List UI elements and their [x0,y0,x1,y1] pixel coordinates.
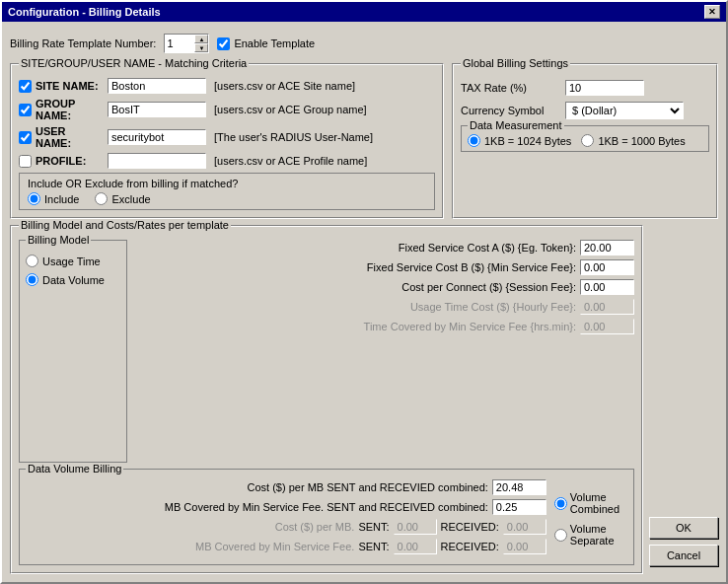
billing-main-legend: Billing Model and Costs/Rates per templa… [19,219,231,231]
include-label: Include [44,193,79,205]
billing-rate-label: Billing Rate Template Number: [10,37,156,49]
dv-label-1: MB Covered by Min Service Fee. SENT and … [26,501,488,513]
dm-1024-radio[interactable] [468,134,480,147]
site-name-checkbox[interactable] [19,80,32,93]
template-number-input[interactable] [165,36,194,50]
profile-checkbox[interactable] [19,155,32,168]
cost-input-3 [580,299,634,315]
user-name-row: USER NAME: [The user's RADIUS User-Name] [19,125,435,149]
recv-label-1: RECEIVED: [441,541,499,552]
tax-rate-row: TAX Rate (%) [461,80,709,96]
group-name-input[interactable] [108,102,206,117]
cost-row-0: Fixed Service Cost A ($) {Eg. Token}: [135,240,634,256]
middle-panels: SITE/GROUP/USER NAME - Matching Criteria… [10,63,718,219]
include-radio[interactable] [28,192,40,205]
cost-label-3: Usage Time Cost ($) {Hourly Fee}: [135,301,576,313]
global-legend: Global Billing Settings [461,57,570,69]
cost-row-4: Time Covered by Min Service Fee {hrs.min… [135,319,634,334]
group-name-checkbox-label[interactable]: GROUP NAME: [19,98,104,121]
data-volume-label[interactable]: Data Volume [26,273,120,286]
dv-label-0: Cost ($) per MB SENT and RECEVIED combin… [26,481,488,493]
vol-combined-text: VolumeCombined [570,491,619,515]
group-name-checkbox[interactable] [19,104,32,116]
site-name-label: SITE NAME: [36,80,104,92]
spin-down-button[interactable]: ▼ [194,43,208,52]
vol-combined-label[interactable]: VolumeCombined [554,491,619,515]
usage-time-label[interactable]: Usage Time [26,255,120,267]
usage-time-radio[interactable] [26,255,38,267]
dv-input-0[interactable] [492,479,546,495]
title-bar: Configuration - Billing Details ✕ [2,2,726,22]
exclude-radio-label[interactable]: Exclude [95,192,150,205]
ok-button[interactable]: OK [649,517,718,539]
profile-label: PROFILE: [36,155,104,167]
exclude-label: Exclude [111,193,150,205]
vol-separate-label[interactable]: VolumeSeparate [554,523,615,547]
dm-1000-label[interactable]: 1KB = 1000 Bytes [581,134,685,147]
global-content: TAX Rate (%) Currency Symbol $ (Dollar) … [461,72,709,152]
dv-input-1[interactable] [492,499,546,515]
site-name-input[interactable] [108,78,206,94]
user-name-checkbox[interactable] [19,131,32,144]
tax-rate-label: TAX Rate (%) [461,82,559,94]
dv-label-3: MB Covered by Min Service Fee. [26,541,354,552]
dm-1024-label[interactable]: 1KB = 1024 Bytes [468,134,571,147]
user-name-checkbox-label[interactable]: USER NAME: [19,125,104,149]
close-button[interactable]: ✕ [704,5,720,19]
data-measurement-box: Data Measurement 1KB = 1024 Bytes 1KB = … [461,125,709,152]
currency-select[interactable]: $ (Dollar) € (Euro) £ (Pound) ¥ (Yen) [565,102,684,119]
cost-input-2[interactable] [580,279,634,295]
billing-model-legend: Billing Model [26,234,91,246]
template-number-spinner[interactable]: ▲ ▼ [164,34,209,53]
profile-hint: [users.csv or ACE Profile name] [214,155,367,167]
group-name-label: GROUP NAME: [36,98,104,121]
data-volume-radio[interactable] [26,273,38,286]
usage-time-text: Usage Time [42,256,101,267]
profile-checkbox-label[interactable]: PROFILE: [19,155,104,168]
main-content: Billing Rate Template Number: ▲ ▼ Enable… [2,22,726,582]
cost-label-4: Time Covered by Min Service Fee {hrs.min… [135,321,576,332]
volume-radio-col: VolumeCombined VolumeSeparate [546,479,627,558]
title-bar-buttons: ✕ [704,5,720,19]
data-volume-text: Data Volume [42,274,105,286]
sent-label-0: SENT: [358,521,389,533]
group-name-hint: [users.csv or ACE Group name] [214,104,367,115]
dv-label-2: Cost ($) per MB. [26,521,354,533]
ok-cancel-column: OK Cancel [649,225,718,574]
include-exclude-label: Include OR Exclude from billing if match… [28,178,426,189]
spin-up-button[interactable]: ▲ [194,35,208,43]
data-volume-legend: Data Volume Billing [26,463,123,474]
sent-label-1: SENT: [358,541,389,552]
site-group-panel: SITE/GROUP/USER NAME - Matching Criteria… [10,63,444,219]
group-name-row: GROUP NAME: [users.csv or ACE Group name… [19,98,435,121]
exclude-radio[interactable] [95,192,108,205]
cost-input-1[interactable] [580,259,634,275]
dm-radios: 1KB = 1024 Bytes 1KB = 1000 Bytes [468,130,702,147]
dm-1000-radio[interactable] [581,134,594,147]
site-name-checkbox-label[interactable]: SITE NAME: [19,80,104,93]
cancel-button[interactable]: Cancel [649,545,718,566]
user-name-input[interactable] [108,129,206,145]
vol-separate-radio[interactable] [554,529,567,542]
billing-model-box: Billing Model Usage Time Data Volume [19,240,127,463]
cost-label-0: Fixed Service Cost A ($) {Eg. Token}: [135,242,576,254]
currency-label: Currency Symbol [461,105,559,116]
recv-label-0: RECEIVED: [441,521,499,533]
tax-rate-input[interactable] [565,80,644,96]
profile-row: PROFILE: [users.csv or ACE Profile name] [19,153,435,169]
enable-template-checkbox-label[interactable]: Enable Template [217,37,315,50]
data-measurement-legend: Data Measurement [468,119,564,131]
dv-recv-input-1 [503,539,546,554]
site-group-content: SITE NAME: [users.csv or ACE Site name] … [19,72,435,210]
enable-template-checkbox[interactable] [217,37,230,50]
site-name-hint: [users.csv or ACE Site name] [214,80,355,92]
include-radio-label[interactable]: Include [28,192,79,205]
billing-main-content: Billing Model Usage Time Data Volume [19,234,634,565]
top-row: Billing Rate Template Number: ▲ ▼ Enable… [10,30,718,57]
dv-sent-recv-0: SENT: RECEIVED: [358,519,546,535]
cost-row-2: Cost per Connect ($) {Session Fee}: [135,279,634,295]
cost-input-0[interactable] [580,240,634,256]
dv-sent-input-0 [394,519,437,535]
profile-input[interactable] [108,153,206,169]
vol-combined-radio[interactable] [554,497,567,510]
